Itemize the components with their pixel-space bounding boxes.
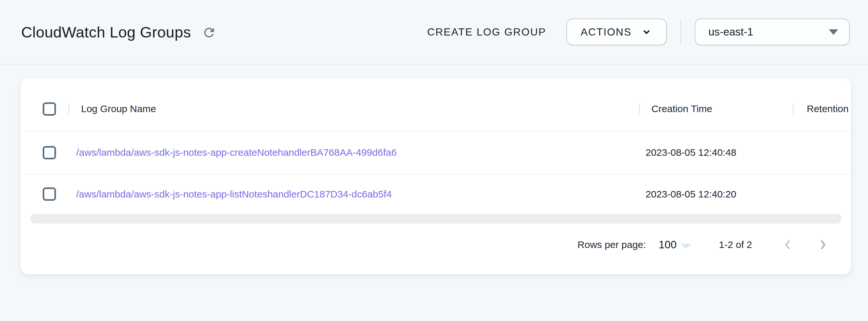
topbar-divider [680,19,681,45]
top-bar: CloudWatch Log Groups CREATE LOG GROUP A… [0,0,868,64]
row-checkbox-cell [21,187,68,201]
table-row: /aws/lambda/aws-sdk-js-notes-app-createN… [21,131,851,174]
log-group-link[interactable]: /aws/lambda/aws-sdk-js-notes-app-createN… [76,147,397,158]
creation-time-cell: 2023-08-05 12:40:20 [638,189,791,200]
previous-page-button[interactable] [782,237,794,252]
rows-per-page-caret-icon [680,244,691,249]
column-header-retention: Retention [794,103,851,114]
pagination-bar: Rows per page: 100 1-2 of 2 [21,224,851,274]
table-scroll-area: Log Group Name Creation Time Retention /… [21,79,851,214]
region-select[interactable]: us-east-1 [695,19,850,45]
pagination-range-label: 1-2 of 2 [719,239,752,250]
region-select-value: us-east-1 [708,26,753,38]
actions-button[interactable]: ACTIONS [566,19,667,45]
chevron-left-icon [782,237,794,252]
column-header-log-group-name: Log Group Name [69,103,639,114]
column-header-creation-time: Creation Time [640,103,793,114]
creation-time-cell: 2023-08-05 12:40:48 [638,147,791,158]
refresh-button[interactable] [202,25,216,40]
page-title: CloudWatch Log Groups [21,23,191,41]
chevron-down-icon [641,26,652,38]
create-log-group-button[interactable]: CREATE LOG GROUP [427,26,546,38]
header-checkbox-cell [21,102,68,116]
log-groups-card: Log Group Name Creation Time Retention /… [21,79,851,274]
dropdown-caret-icon [829,29,838,35]
cloudwatch-log-groups-page: CloudWatch Log Groups CREATE LOG GROUP A… [0,0,868,321]
rows-per-page-label: Rows per page: [578,239,646,250]
chevron-right-icon [817,237,828,252]
table-row: /aws/lambda/aws-sdk-js-notes-app-listNot… [21,174,851,214]
log-group-name-cell: /aws/lambda/aws-sdk-js-notes-app-listNot… [68,189,638,200]
row-checkbox-cell [21,146,68,159]
select-all-checkbox[interactable] [43,102,56,116]
rows-per-page-value: 100 [658,238,677,251]
horizontal-scrollbar-track [30,214,841,224]
actions-button-label: ACTIONS [581,26,631,38]
row-checkbox[interactable] [43,187,56,201]
row-checkbox[interactable] [43,146,56,159]
table-header-row: Log Group Name Creation Time Retention [21,79,851,131]
horizontal-scrollbar-thumb[interactable] [30,214,841,224]
refresh-icon [202,25,216,40]
next-page-button[interactable] [817,237,828,252]
log-group-link[interactable]: /aws/lambda/aws-sdk-js-notes-app-listNot… [76,189,392,199]
rows-per-page-select[interactable]: 100 [658,238,691,251]
log-group-name-cell: /aws/lambda/aws-sdk-js-notes-app-createN… [68,147,638,158]
